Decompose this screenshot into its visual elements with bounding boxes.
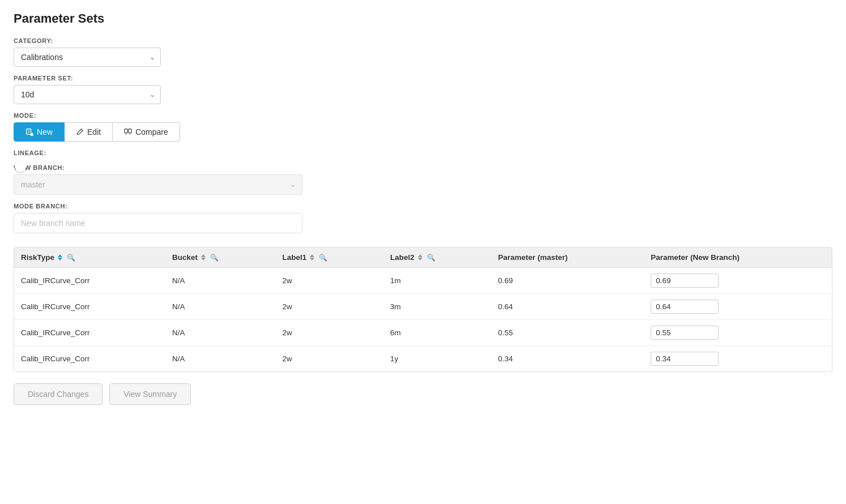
cell-label1: 2w	[276, 346, 383, 372]
cell-label2: 6m	[383, 320, 491, 346]
mode-new-button[interactable]: New	[14, 122, 65, 142]
mode-branch-label: MODE BRANCH:	[14, 203, 832, 210]
cell-bucket: N/A	[165, 320, 276, 346]
label2-sort-down-icon	[418, 258, 422, 260]
cell-label2: 1y	[383, 346, 491, 372]
table-body: Calib_IRCurve_CorrN/A2w1m0.69Calib_IRCur…	[14, 268, 832, 372]
view-summary-button[interactable]: View Summary	[109, 383, 191, 405]
sort-down-icon	[58, 258, 62, 260]
discard-changes-button[interactable]: Discard Changes	[14, 383, 102, 405]
bucket-sort-up-icon	[201, 254, 206, 257]
sort-up-icon	[58, 254, 62, 257]
col-header-bucket: Bucket 🔍	[165, 247, 276, 268]
table-row: Calib_IRCurve_CorrN/A2w6m0.55	[14, 320, 832, 346]
bucket-sort-icon[interactable]	[201, 254, 206, 260]
new-icon	[25, 128, 33, 136]
cell-param_master: 0.55	[491, 320, 644, 346]
parameter-table-container: RiskType 🔍 Bucket	[14, 247, 832, 372]
cell-label1: 2w	[276, 294, 383, 320]
view-branch-field: VIEW BRANCH: master master ⌄	[14, 164, 832, 195]
col-header-label2: Label2 🔍	[383, 247, 491, 268]
parameter-set-field: PARAMETER SET: 10d 1d 5d ⌄	[14, 75, 832, 104]
edit-icon	[76, 128, 84, 136]
cell-param-new-branch	[644, 320, 832, 346]
parameter-set-select-wrapper: 10d 1d 5d ⌄	[14, 85, 161, 104]
mode-edit-button[interactable]: Edit	[65, 122, 113, 142]
cell-param-new-branch	[644, 346, 832, 372]
cell-param_master: 0.64	[491, 294, 644, 320]
col-risktype-label: RiskType	[21, 253, 54, 262]
view-branch-select[interactable]: master master	[14, 174, 302, 195]
cell-label1: 2w	[276, 320, 383, 346]
cell-label2: 3m	[383, 294, 491, 320]
cell-risktype: Calib_IRCurve_Corr	[14, 294, 165, 320]
bucket-sort-down-icon	[201, 258, 206, 260]
table-row: Calib_IRCurve_CorrN/A2w1y0.34	[14, 346, 832, 372]
bottom-actions: Discard Changes View Summary	[14, 383, 832, 405]
cell-bucket: N/A	[165, 294, 276, 320]
param-new-branch-input[interactable]	[651, 352, 719, 366]
lineage-label: LINEAGE:	[14, 150, 832, 156]
col-param-new-branch-label: Parameter (New Branch)	[651, 253, 740, 262]
cell-label1: 2w	[276, 268, 383, 294]
col-header-risktype: RiskType 🔍	[14, 247, 165, 268]
param-new-branch-input[interactable]	[651, 300, 719, 314]
label1-filter-icon[interactable]: 🔍	[319, 254, 327, 262]
col-param-master-label: Parameter (master)	[498, 253, 567, 262]
cell-bucket: N/A	[165, 346, 276, 372]
label2-sort-up-icon	[418, 254, 422, 257]
parameter-table: RiskType 🔍 Bucket	[14, 247, 832, 371]
table-header-row: RiskType 🔍 Bucket	[14, 247, 832, 268]
category-label: CATEGORY:	[14, 37, 832, 44]
mode-branch-field: MODE BRANCH:	[14, 203, 832, 233]
label2-filter-icon[interactable]: 🔍	[427, 254, 435, 262]
label1-sort-up-icon	[310, 254, 314, 257]
col-header-param-master: Parameter (master)	[491, 247, 644, 268]
mode-branch-input[interactable]	[14, 213, 302, 233]
svg-rect-0	[27, 129, 31, 135]
col-header-param-new-branch: Parameter (New Branch)	[644, 247, 832, 268]
category-select-wrapper: Calibrations Market Data Risk ⌄	[14, 48, 161, 67]
mode-field: MODE: New Edit	[14, 112, 832, 142]
col-label2-label: Label2	[390, 253, 415, 262]
label2-sort-icon[interactable]	[418, 254, 422, 260]
mode-compare-label: Compare	[135, 127, 168, 136]
param-new-branch-input[interactable]	[651, 274, 719, 288]
cell-risktype: Calib_IRCurve_Corr	[14, 320, 165, 346]
label1-sort-icon[interactable]	[310, 254, 314, 260]
table-row: Calib_IRCurve_CorrN/A2w3m0.64	[14, 294, 832, 320]
cell-param_master: 0.69	[491, 268, 644, 294]
mode-button-group: New Edit Compare	[14, 122, 832, 142]
label1-sort-down-icon	[310, 258, 314, 260]
category-field: CATEGORY: Calibrations Market Data Risk …	[14, 37, 832, 67]
mode-label: MODE:	[14, 112, 832, 119]
bucket-filter-icon[interactable]: 🔍	[210, 254, 219, 262]
compare-icon	[124, 128, 132, 136]
parameter-set-label: PARAMETER SET:	[14, 75, 832, 82]
svg-rect-7	[129, 129, 131, 133]
mode-compare-button[interactable]: Compare	[113, 122, 180, 142]
col-bucket-label: Bucket	[172, 253, 198, 262]
parameter-set-select[interactable]: 10d 1d 5d	[14, 85, 161, 104]
table-row: Calib_IRCurve_CorrN/A2w1m0.69	[14, 268, 832, 294]
col-label1-label: Label1	[283, 253, 307, 262]
view-branch-label: VIEW BRANCH:	[14, 164, 832, 171]
risktype-filter-icon[interactable]: 🔍	[67, 254, 75, 262]
cell-bucket: N/A	[165, 268, 276, 294]
toggle-thumb	[15, 161, 26, 172]
cell-param-new-branch	[644, 268, 832, 294]
page-title: Parameter Sets	[14, 11, 832, 26]
cell-risktype: Calib_IRCurve_Corr	[14, 268, 165, 294]
cell-label2: 1m	[383, 268, 491, 294]
mode-edit-label: Edit	[87, 127, 101, 136]
risktype-sort-icon[interactable]	[58, 254, 62, 260]
svg-rect-6	[125, 129, 127, 133]
cell-risktype: Calib_IRCurve_Corr	[14, 346, 165, 372]
category-select[interactable]: Calibrations Market Data Risk	[14, 48, 161, 67]
view-branch-select-wrapper: master master ⌄	[14, 174, 302, 195]
col-header-label1: Label1 🔍	[276, 247, 383, 268]
lineage-field: LINEAGE:	[14, 150, 832, 156]
param-new-branch-input[interactable]	[651, 326, 719, 340]
cell-param_master: 0.34	[491, 346, 644, 372]
mode-new-label: New	[37, 127, 53, 136]
